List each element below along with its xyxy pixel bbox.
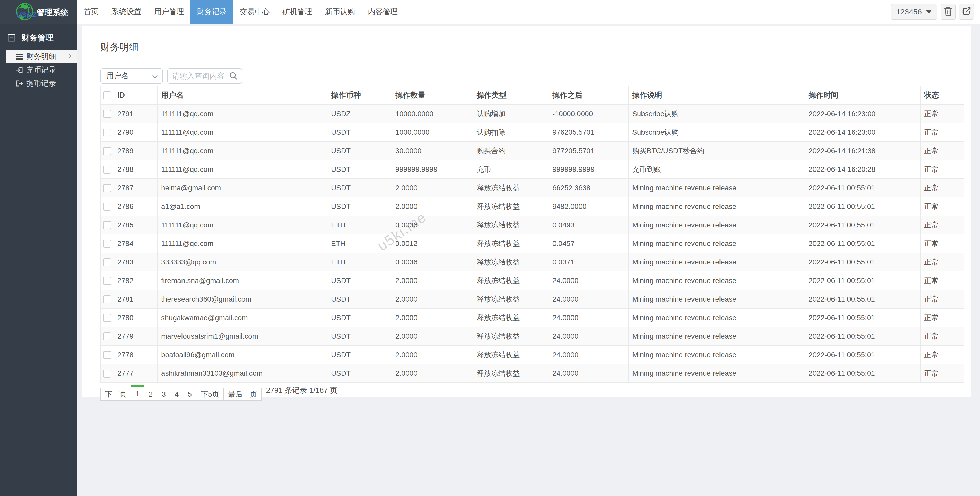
cell-op-type: 认购增加: [473, 105, 549, 123]
table-row: 2785111111@qq.comETH0.0036释放冻结收益0.0493Mi…: [101, 216, 964, 234]
row-checkbox[interactable]: [103, 314, 111, 322]
nav-item-content-management[interactable]: 内容管理: [361, 0, 404, 24]
column-header: 操作时间: [805, 86, 921, 105]
row-checkbox[interactable]: [103, 166, 111, 174]
row-checkbox-cell: [101, 216, 114, 234]
nav-item-system-settings[interactable]: 系统设置: [105, 0, 148, 24]
cell-op-coin: ETH: [328, 234, 392, 253]
user-dropdown-button[interactable]: 123456: [891, 4, 937, 19]
nav-item-user-management[interactable]: 用户管理: [148, 0, 191, 24]
last-page-button[interactable]: 最后一页: [223, 388, 261, 401]
cell-id: 2778: [114, 346, 158, 364]
search-icon[interactable]: [229, 72, 238, 81]
cell-op-coin: USDT: [328, 327, 392, 346]
row-checkbox[interactable]: [103, 370, 111, 378]
row-checkbox[interactable]: [103, 277, 111, 285]
row-checkbox-cell: [101, 271, 114, 290]
cell-after-amount: 999999.9999: [549, 160, 628, 179]
cell-status: 正常: [921, 346, 964, 364]
nav-item-miner-management[interactable]: 矿机管理: [276, 0, 319, 24]
cell-op-coin: USDT: [328, 308, 392, 327]
list-icon: [16, 53, 23, 61]
row-checkbox[interactable]: [103, 295, 111, 303]
cell-op-type: 释放冻结收益: [473, 234, 549, 253]
trash-button[interactable]: [940, 4, 956, 19]
table-row: 2784111111@qq.comETH0.0012释放冻结收益0.0457Mi…: [101, 234, 964, 253]
filter-field-select[interactable]: 用户名: [100, 68, 163, 84]
table-row: 2789111111@qq.comUSDT30.0000购买合约977205.5…: [101, 142, 964, 160]
nav-item-finance-records[interactable]: 财务记录: [191, 0, 233, 24]
cell-username: 111111@qq.com: [158, 142, 328, 160]
cell-op-time: 2022-06-11 00:55:01: [805, 290, 921, 308]
page-3-button[interactable]: 3: [157, 388, 170, 401]
cell-op-type: 释放冻结收益: [473, 179, 549, 197]
row-checkbox[interactable]: [103, 184, 111, 192]
cell-op-coin: ETH: [328, 216, 392, 234]
sidebar-item-withdraw-records[interactable]: 提币记录: [6, 77, 77, 90]
cell-op-description: Mining machine revenue release: [628, 216, 805, 234]
cell-op-description: Mining machine revenue release: [628, 179, 805, 197]
cell-username: 333333@qq.com: [158, 253, 328, 271]
sidebar-item-finance-detail[interactable]: 财务明细›: [6, 50, 77, 63]
page-4-button[interactable]: 4: [170, 388, 183, 401]
nav-item-new-coin-subscription[interactable]: 新币认购: [319, 0, 361, 24]
navbar-right-controls: 123456: [891, 0, 980, 24]
cell-op-description: Mining machine revenue release: [628, 234, 805, 253]
column-header: 操作说明: [628, 86, 805, 105]
next-page-button[interactable]: 下一页: [100, 388, 131, 401]
page-5-button[interactable]: 5: [183, 388, 196, 401]
page-2-button[interactable]: 2: [144, 388, 158, 401]
cell-op-coin: USDT: [328, 364, 392, 383]
cell-op-amount: 2.0000: [392, 308, 473, 327]
next-5-pages-button[interactable]: 下5页: [196, 388, 224, 401]
row-checkbox[interactable]: [103, 129, 111, 137]
cell-op-coin: USDT: [328, 179, 392, 197]
row-checkbox[interactable]: [103, 203, 111, 211]
row-checkbox[interactable]: [103, 258, 111, 266]
brand-logo[interactable]: USDZ 管理系统: [0, 0, 77, 24]
row-checkbox[interactable]: [103, 351, 111, 359]
row-checkbox[interactable]: [103, 110, 111, 118]
row-checkbox[interactable]: [103, 221, 111, 229]
cell-id: 2789: [114, 142, 158, 160]
nav-item-home[interactable]: 首页: [77, 0, 105, 24]
cell-op-type: 释放冻结收益: [473, 364, 549, 383]
collapse-minus-icon: [8, 34, 16, 42]
row-checkbox[interactable]: [103, 240, 111, 248]
caret-down-icon: [926, 10, 932, 14]
row-checkbox[interactable]: [103, 147, 111, 155]
sidebar-item-deposit-records[interactable]: 充币记录: [6, 63, 77, 77]
cell-op-amount: 2.0000: [392, 346, 473, 364]
cell-op-time: 2022-06-11 00:55:01: [805, 327, 921, 346]
cell-op-description: Mining machine revenue release: [628, 364, 805, 383]
cell-op-amount: 10000.0000: [392, 105, 473, 123]
row-checkbox[interactable]: [103, 332, 111, 340]
cell-id: 2785: [114, 216, 158, 234]
cell-after-amount: 24.0000: [549, 346, 628, 364]
sidebar-section-finance[interactable]: 财务管理: [0, 24, 77, 50]
cell-op-type: 购买合约: [473, 142, 549, 160]
table-body: 2791111111@qq.comUSDZ10000.0000认购增加-1000…: [101, 105, 964, 383]
cell-username: marvelousatsrim1@gmail.com: [158, 327, 328, 346]
nav-item-trade-center[interactable]: 交易中心: [233, 0, 276, 24]
cell-status: 正常: [921, 327, 964, 346]
cell-after-amount: 0.0371: [549, 253, 628, 271]
export-icon: [962, 6, 972, 17]
sidebar-items: 财务明细›充币记录提币记录: [0, 50, 77, 90]
select-all-checkbox[interactable]: [103, 91, 111, 99]
row-checkbox-cell: [101, 364, 114, 383]
row-checkbox-cell: [101, 197, 114, 216]
export-button[interactable]: [959, 4, 974, 19]
cell-op-type: 释放冻结收益: [473, 308, 549, 327]
page-1-button[interactable]: 1: [131, 385, 145, 401]
cell-op-time: 2022-06-14 16:23:00: [805, 123, 921, 142]
table-row: 2791111111@qq.comUSDZ10000.0000认购增加-1000…: [101, 105, 964, 123]
sign-out-icon: [16, 80, 23, 87]
cell-op-amount: 999999.9999: [392, 160, 473, 179]
cell-username: 111111@qq.com: [158, 160, 328, 179]
sidebar: 财务管理 财务明细›充币记录提币记录: [0, 24, 77, 496]
cell-op-coin: ETH: [328, 253, 392, 271]
sidebar-item-label: 充币记录: [26, 65, 56, 75]
column-header: 用户名: [158, 86, 328, 105]
cell-status: 正常: [921, 105, 964, 123]
